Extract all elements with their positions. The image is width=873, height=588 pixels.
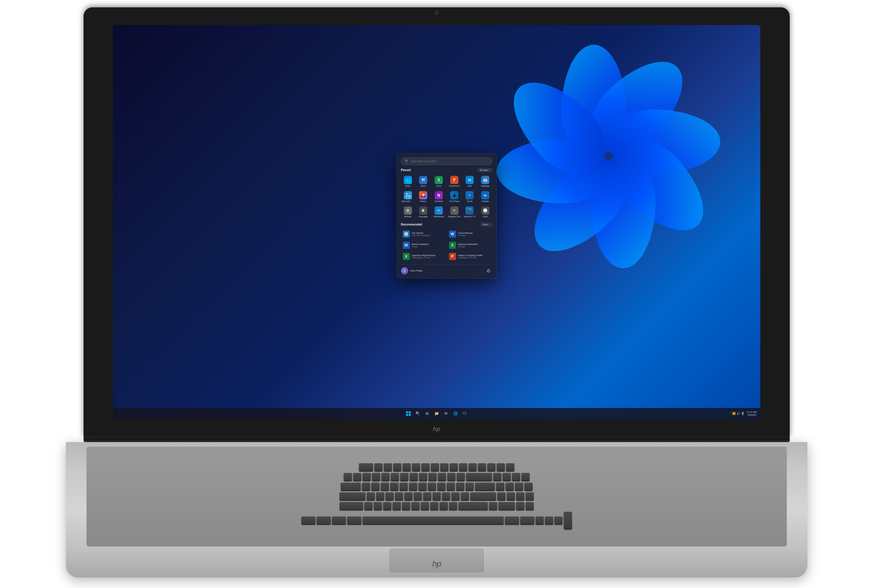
f11-key[interactable]	[468, 463, 477, 471]
rec-brand-guidelines[interactable]: W Brand Guidelines 2h ago	[401, 240, 446, 250]
g-key[interactable]	[404, 492, 412, 501]
app-linkedin[interactable]: in LinkedIn	[478, 190, 492, 203]
app-whiteboard[interactable]: ✏ Whiteboard	[432, 205, 446, 219]
backslash-key[interactable]	[475, 483, 495, 491]
d-key[interactable]	[386, 492, 394, 501]
rec-expense-worksheet[interactable]: X Expense Worksheet 12h ago	[447, 240, 492, 250]
tab-key[interactable]	[341, 483, 361, 491]
numpad7-key[interactable]	[497, 492, 506, 501]
o-key[interactable]	[437, 483, 446, 491]
k-key[interactable]	[432, 492, 441, 501]
u-key[interactable]	[418, 483, 427, 491]
system-tray[interactable]: ^ 📶 🔊 🔋	[730, 412, 744, 415]
z-key[interactable]	[364, 502, 372, 510]
x-key[interactable]	[374, 502, 382, 510]
lctrl-key[interactable]	[301, 516, 315, 525]
c-key[interactable]	[383, 502, 392, 510]
a-key[interactable]	[367, 492, 375, 501]
m-key[interactable]	[421, 502, 429, 510]
app-photos[interactable]: 🌄 Photos	[416, 190, 430, 203]
e-key[interactable]	[381, 483, 389, 491]
f10-key[interactable]	[459, 463, 467, 471]
app-word[interactable]: W Word	[416, 174, 430, 188]
power-button[interactable]: ⏻	[484, 267, 492, 274]
numadd-key[interactable]	[525, 502, 534, 510]
s-key[interactable]	[376, 492, 384, 501]
y-key[interactable]	[409, 483, 417, 491]
h-key[interactable]	[414, 492, 422, 501]
user-info[interactable]: S Sara Philips	[401, 267, 423, 274]
r-key[interactable]	[390, 483, 398, 491]
slash-key[interactable]	[449, 502, 457, 510]
app-mail[interactable]: ✉ Mail	[463, 174, 477, 188]
left-key[interactable]	[536, 516, 544, 525]
numpad9-key[interactable]	[516, 492, 524, 501]
f8-key[interactable]	[440, 463, 448, 471]
v-key[interactable]	[393, 502, 401, 510]
w-key[interactable]	[371, 483, 380, 491]
app-snipping-tool[interactable]: ✂ Snipping Tool	[447, 205, 461, 219]
f7-key[interactable]	[431, 463, 439, 471]
capslock-key[interactable]	[339, 492, 366, 501]
numpad3-key[interactable]	[512, 473, 520, 481]
p-key[interactable]	[447, 483, 455, 491]
rec-travel-itinerary[interactable]: W Travel Itinerary 17m ago	[447, 229, 492, 239]
taskbar-edge-button[interactable]: 🌐	[452, 410, 460, 418]
all-apps-button[interactable]: All apps ›	[477, 168, 492, 172]
prt-key[interactable]	[506, 463, 514, 471]
numpad4-key[interactable]	[496, 483, 504, 491]
q-key[interactable]	[362, 483, 370, 491]
f12-key[interactable]	[478, 463, 486, 471]
right-key[interactable]	[554, 516, 562, 525]
lalt-key[interactable]	[347, 516, 362, 525]
1-key[interactable]	[353, 473, 362, 481]
period-key[interactable]	[440, 502, 448, 510]
equals-key[interactable]	[457, 473, 465, 481]
rctrl-key[interactable]	[520, 516, 534, 525]
f2-key[interactable]	[384, 463, 392, 471]
f3-key[interactable]	[393, 463, 401, 471]
quote-key[interactable]	[461, 492, 469, 501]
taskbar-taskview-button[interactable]: ⧉	[423, 410, 431, 418]
app-excel[interactable]: X Excel	[432, 174, 446, 188]
taskbar-explorer-button[interactable]: 📁	[432, 410, 441, 418]
7-key[interactable]	[410, 473, 418, 481]
0-key[interactable]	[438, 473, 446, 481]
backtick-key[interactable]	[344, 473, 352, 481]
app-settings[interactable]: ⚙ Settings	[401, 205, 415, 219]
clock-display[interactable]: 11:11 AM 10/20/21	[747, 411, 757, 416]
f6-key[interactable]	[422, 463, 430, 471]
f1-key[interactable]	[374, 463, 382, 471]
down-key[interactable]	[545, 516, 553, 525]
numpad5-key[interactable]	[506, 483, 514, 491]
app-onenote[interactable]: N OneNote	[432, 190, 446, 203]
del-key[interactable]	[487, 463, 495, 471]
app-calendar[interactable]: 📅 Calendar	[478, 174, 492, 188]
rbracket-key[interactable]	[465, 483, 474, 491]
rshift-key[interactable]	[458, 502, 488, 510]
minus-key[interactable]	[447, 473, 456, 481]
app-todo[interactable]: ✓ To Do	[463, 190, 477, 203]
app-calculator[interactable]: 🖩 Calculator	[416, 205, 430, 219]
nummul-key[interactable]	[524, 483, 532, 491]
ralt-key[interactable]	[505, 516, 519, 525]
numpad6-key[interactable]	[515, 483, 523, 491]
comma-key[interactable]	[430, 502, 438, 510]
app-msstore[interactable]: 🏪 Microsoft Store	[401, 190, 415, 203]
b-key[interactable]	[402, 502, 410, 510]
more-button[interactable]: More ›	[480, 222, 492, 226]
8-key[interactable]	[419, 473, 427, 481]
4-key[interactable]	[381, 473, 390, 481]
up-key[interactable]	[489, 502, 497, 510]
fn-key[interactable]	[316, 516, 331, 525]
2-key[interactable]	[363, 473, 371, 481]
3-key[interactable]	[372, 473, 380, 481]
6-key[interactable]	[400, 473, 408, 481]
app-edge[interactable]: Edge	[401, 174, 415, 188]
numpadperiod-key[interactable]	[516, 502, 524, 510]
numpad2-key[interactable]	[502, 473, 511, 481]
l-key[interactable]	[442, 492, 450, 501]
numsub-key[interactable]	[525, 492, 534, 501]
search-bar[interactable]: 🔍	[401, 158, 492, 165]
app-powerpoint[interactable]: P PowerPoint	[447, 174, 461, 188]
